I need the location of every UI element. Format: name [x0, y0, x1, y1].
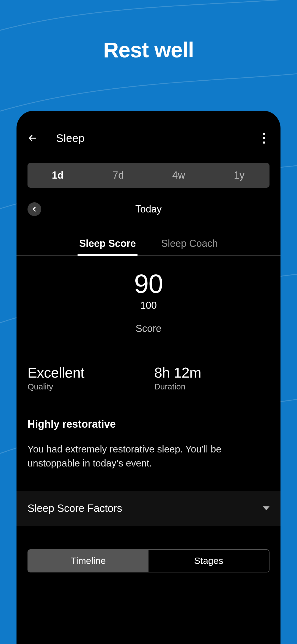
stat-quality: Excellent Quality — [28, 357, 143, 391]
date-nav: Today — [16, 201, 280, 217]
chart-view-segment: Timeline Stages — [28, 549, 270, 572]
score-value: 90 — [16, 271, 280, 297]
summary-body: You had extremely restorative sleep. You… — [28, 442, 270, 470]
page-title: Sleep — [56, 132, 256, 144]
app-bar: Sleep — [16, 111, 280, 149]
chevron-down-icon — [263, 506, 270, 510]
view-tab-timeline[interactable]: Timeline — [28, 550, 148, 572]
device-frame: Sleep 1d 7d 4w 1y Today Sleep Score Slee… — [16, 111, 280, 644]
time-range-segment: 1d 7d 4w 1y — [28, 163, 270, 188]
back-button[interactable] — [25, 130, 41, 146]
range-tab-7d[interactable]: 7d — [88, 163, 148, 188]
sleep-tabs: Sleep Score Sleep Coach — [16, 238, 280, 256]
range-tab-1d[interactable]: 1d — [28, 163, 88, 188]
stats-row: Excellent Quality 8h 12m Duration — [28, 357, 270, 391]
score-block: 90 100 Score — [16, 271, 280, 334]
score-label: Score — [16, 323, 280, 334]
score-max: 100 — [16, 300, 280, 311]
overflow-menu-button[interactable] — [256, 130, 272, 146]
range-tab-4w[interactable]: 4w — [148, 163, 209, 188]
view-tab-stages[interactable]: Stages — [148, 550, 269, 572]
tab-sleep-score[interactable]: Sleep Score — [78, 238, 138, 256]
factors-label: Sleep Score Factors — [28, 503, 122, 514]
more-vertical-icon — [263, 133, 265, 144]
quality-value: Excellent — [28, 364, 143, 381]
sleep-score-factors-toggle[interactable]: Sleep Score Factors — [16, 491, 280, 526]
tab-sleep-coach[interactable]: Sleep Coach — [160, 238, 219, 256]
arrow-left-icon — [28, 133, 38, 144]
hero-title: Rest well — [0, 37, 297, 62]
stat-duration: 8h 12m Duration — [154, 357, 270, 391]
summary-block: Highly restorative You had extremely res… — [28, 418, 270, 470]
duration-label: Duration — [154, 382, 270, 391]
previous-day-button[interactable] — [28, 202, 41, 216]
chevron-left-icon — [31, 206, 38, 212]
range-tab-1y[interactable]: 1y — [209, 163, 270, 188]
summary-title: Highly restorative — [28, 418, 270, 430]
duration-value: 8h 12m — [154, 364, 270, 381]
quality-label: Quality — [28, 382, 143, 391]
date-label: Today — [135, 203, 162, 215]
